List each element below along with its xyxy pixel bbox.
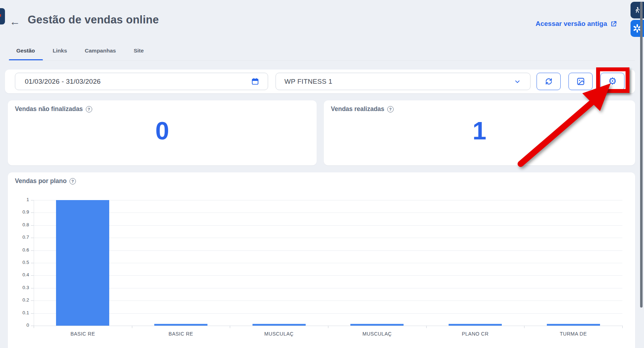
refresh-icon xyxy=(544,77,553,86)
y-axis-tick xyxy=(31,275,34,276)
y-axis-tick xyxy=(31,238,34,238)
x-axis-label: TURMA DE xyxy=(524,331,622,337)
branch-select[interactable]: WP FITNESS 1 xyxy=(276,73,531,90)
vendas-realizadas-value: 1 xyxy=(324,117,635,145)
y-axis-tick xyxy=(31,225,34,226)
y-axis-label: 0.5 xyxy=(8,260,29,265)
y-axis-tick xyxy=(31,200,34,200)
x-axis-label: PLANO CR xyxy=(426,331,524,337)
image-export-icon xyxy=(576,77,585,86)
branch-select-value: WP FITNESS 1 xyxy=(284,78,332,85)
x-axis-tick xyxy=(622,326,623,328)
bar-chart: 00.10.20.30.40.50.60.70.80.91BASIC REBAS… xyxy=(8,172,635,348)
x-axis-tick xyxy=(132,326,132,328)
bar-musculaç xyxy=(350,324,404,326)
tab-links[interactable]: Links xyxy=(53,48,67,60)
gridline xyxy=(34,300,622,301)
card-title: Vendas não finalizadas xyxy=(15,105,83,113)
gridline xyxy=(34,288,622,288)
gridline xyxy=(34,275,622,276)
gridline xyxy=(34,263,622,263)
help-icon[interactable]: ? xyxy=(86,106,92,112)
page-title: Gestão de vendas online xyxy=(28,13,159,26)
bar-plano-cr xyxy=(449,324,502,326)
chevron-down-icon xyxy=(514,78,521,85)
back-arrow-icon[interactable]: ← xyxy=(10,16,20,28)
gridline xyxy=(34,225,622,226)
y-axis-label: 0 xyxy=(8,322,29,328)
y-axis-label: 0.6 xyxy=(8,247,29,253)
tab-gestao[interactable]: Gestão xyxy=(16,48,35,60)
bar-musculaç xyxy=(252,324,306,326)
refresh-button[interactable] xyxy=(537,73,561,90)
card-vendas-realizadas: Vendas realizadas ? 1 xyxy=(324,100,635,165)
external-link-icon xyxy=(610,21,617,27)
export-image-button[interactable] xyxy=(568,73,593,90)
gridline xyxy=(34,313,622,314)
calendar-icon xyxy=(251,77,259,85)
y-axis-label: 1 xyxy=(8,197,29,202)
y-axis-tick xyxy=(31,212,34,213)
settings-button[interactable]: ⚙ xyxy=(600,73,624,90)
y-axis-label: 0.7 xyxy=(8,234,29,240)
y-axis-label: 0.1 xyxy=(8,310,29,315)
y-axis-label: 0.2 xyxy=(8,297,29,303)
y-axis-tick xyxy=(31,313,34,314)
x-axis-tick xyxy=(328,326,328,328)
y-axis-label: 0.3 xyxy=(8,285,29,290)
tab-campanhas[interactable]: Campanhas xyxy=(85,48,116,60)
card-title: Vendas realizadas xyxy=(331,105,384,113)
card-vendas-nao-finalizadas: Vendas não finalizadas ? 0 xyxy=(8,100,317,165)
x-axis-label: BASIC RE xyxy=(132,331,230,337)
tab-site[interactable]: Site xyxy=(134,48,144,60)
date-range-input[interactable]: 01/03/2026 - 31/03/2026 xyxy=(15,73,268,90)
vertical-scrollbar[interactable] xyxy=(640,2,643,308)
bar-basic-re xyxy=(154,324,207,326)
y-axis-line xyxy=(34,200,34,326)
x-axis-label: BASIC RE xyxy=(34,331,132,337)
x-axis-tick xyxy=(34,326,34,328)
tab-bar-divider xyxy=(9,60,635,61)
help-icon[interactable]: ? xyxy=(387,106,394,112)
y-axis-label: 0.9 xyxy=(8,209,29,215)
collapsed-side-panel-handle[interactable] xyxy=(0,8,5,24)
x-axis-tick xyxy=(524,326,524,328)
tab-bar: Gestão Links Campanhas Site xyxy=(16,48,144,60)
gridline xyxy=(34,238,622,238)
legacy-version-link[interactable]: Acessar versão antiga xyxy=(535,20,617,28)
bar-turma-de xyxy=(547,324,600,326)
gridline xyxy=(34,250,622,251)
bar-basic-re xyxy=(56,200,109,326)
gear-icon: ⚙ xyxy=(608,77,617,86)
gridline xyxy=(34,212,622,213)
y-axis-tick xyxy=(31,250,34,251)
x-axis-label: MUSCULAÇ xyxy=(328,331,426,337)
filters-toolbar: 01/03/2026 - 31/03/2026 WP FITNESS 1 xyxy=(5,70,635,93)
legacy-version-link-label: Acessar versão antiga xyxy=(535,20,607,28)
y-axis-tick xyxy=(31,263,34,263)
y-axis-tick xyxy=(31,288,34,288)
x-axis-label: MUSCULAÇ xyxy=(230,331,328,337)
x-axis-tick xyxy=(230,326,230,328)
card-vendas-por-plano: Vendas por plano ? 00.10.20.30.40.50.60.… xyxy=(8,172,635,348)
y-axis-tick xyxy=(31,326,34,326)
y-axis-label: 0.8 xyxy=(8,222,29,227)
y-axis-label: 0.4 xyxy=(8,272,29,277)
date-range-value: 01/03/2026 - 31/03/2026 xyxy=(25,78,101,85)
gridline xyxy=(34,200,622,200)
y-axis-tick xyxy=(31,300,34,301)
vendas-nao-finalizadas-value: 0 xyxy=(8,117,317,145)
x-axis-tick xyxy=(426,326,427,328)
